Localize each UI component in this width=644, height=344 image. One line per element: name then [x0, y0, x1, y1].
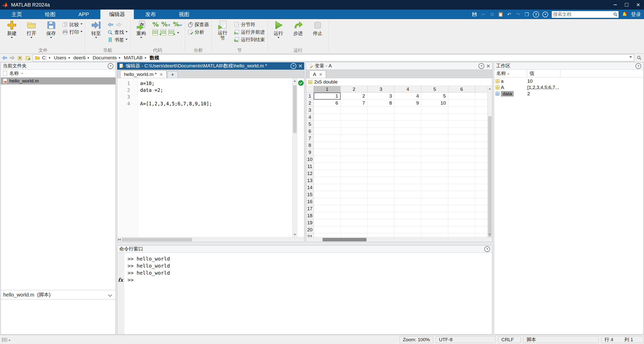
variable-tab[interactable]: A: [309, 70, 326, 78]
grid-cell[interactable]: [448, 226, 475, 233]
grid-cell[interactable]: 8: [368, 100, 394, 107]
grid-cell[interactable]: [475, 205, 487, 212]
grid-cell[interactable]: [314, 142, 341, 149]
panel-menu-icon[interactable]: [478, 63, 484, 69]
grid-row-header[interactable]: 16: [306, 198, 314, 205]
close-tab-icon[interactable]: [160, 73, 163, 76]
grid-cell[interactable]: 1: [314, 93, 341, 100]
grid-cell[interactable]: [394, 128, 421, 135]
grid-cell[interactable]: [394, 205, 421, 212]
redo-icon[interactable]: ↷: [515, 12, 521, 17]
scrollbar-thumb[interactable]: [323, 238, 367, 241]
grid-cell[interactable]: [475, 198, 487, 205]
grid-cell[interactable]: [314, 177, 341, 184]
search-icon[interactable]: [613, 12, 618, 17]
grid-cell[interactable]: [421, 226, 448, 233]
ribbon-tab-主页[interactable]: 主页: [0, 10, 33, 19]
grid-cell[interactable]: [421, 135, 448, 142]
grid-cell[interactable]: [421, 177, 448, 184]
ribbon-tab-视图[interactable]: 视图: [167, 10, 201, 19]
grid-cell[interactable]: [368, 191, 394, 198]
editor-vertical-scrollbar[interactable]: [292, 78, 297, 237]
grid-cell[interactable]: [448, 156, 475, 163]
grid-cell[interactable]: [314, 135, 341, 142]
grid-cell[interactable]: [314, 219, 341, 226]
grid-cell[interactable]: [448, 121, 475, 128]
fx-function-hint-icon[interactable]: fx: [118, 277, 123, 283]
grid-cell[interactable]: [421, 156, 448, 163]
value-column-header[interactable]: 值: [527, 70, 560, 77]
grid-cell[interactable]: [448, 198, 475, 205]
grid-cell[interactable]: 10: [421, 100, 448, 107]
grid-cell[interactable]: [475, 100, 487, 107]
panel-menu-icon[interactable]: [108, 63, 113, 69]
grid-cell[interactable]: [341, 177, 368, 184]
editor-header[interactable]: 编辑器 - C:\Users\deer6\Documents\MATLAB\数模…: [117, 62, 304, 70]
grid-cell[interactable]: [448, 135, 475, 142]
scroll-right-icon[interactable]: [117, 237, 121, 242]
grid-cell[interactable]: [314, 212, 341, 219]
grid-cell[interactable]: [341, 142, 368, 149]
ribbon-tab-APP[interactable]: APP: [67, 10, 100, 19]
grid-cell[interactable]: [314, 107, 341, 114]
grid-column-header[interactable]: 7: [475, 86, 487, 93]
grid-cell[interactable]: [314, 149, 341, 156]
grid-column-header[interactable]: 3: [368, 86, 394, 93]
grid-row-header[interactable]: 20: [306, 226, 314, 233]
grid-cell[interactable]: [448, 191, 475, 198]
goto-button[interactable]: 转至: [88, 20, 104, 39]
grid-column-header[interactable]: 5: [421, 86, 448, 93]
grid-cell[interactable]: [448, 184, 475, 191]
wrap-comments-icon[interactable]: %↵: [173, 22, 182, 28]
variables-horizontal-scrollbar[interactable]: [306, 237, 492, 242]
grid-cell[interactable]: [314, 121, 341, 128]
grid-row-header[interactable]: 4: [306, 114, 314, 121]
grid-cell[interactable]: [475, 163, 487, 170]
grid-cell[interactable]: [448, 114, 475, 121]
signin-link[interactable]: 登录: [631, 11, 641, 18]
grid-row-header[interactable]: 12: [306, 170, 314, 177]
grid-cell[interactable]: [341, 170, 368, 177]
back-arrow-icon[interactable]: [2, 55, 8, 61]
grid-cell[interactable]: [448, 100, 475, 107]
workspace-row[interactable]: a10: [494, 78, 643, 84]
grid-cell[interactable]: [341, 184, 368, 191]
grid-cell[interactable]: [475, 233, 487, 237]
grid-cell[interactable]: [448, 170, 475, 177]
grid-cell[interactable]: [394, 163, 421, 170]
grid-cell[interactable]: [421, 107, 448, 114]
chevron-down-icon[interactable]: [177, 32, 179, 34]
close-panel-icon[interactable]: [298, 64, 302, 68]
grid-row-header[interactable]: 10: [306, 156, 314, 163]
editor-tab[interactable]: hello_world.m *: [120, 70, 167, 78]
breadcrumb-dropdown-icon[interactable]: [629, 56, 632, 59]
grid-cell[interactable]: [394, 177, 421, 184]
grid-cell[interactable]: [368, 114, 394, 121]
scroll-down-icon[interactable]: [488, 233, 492, 237]
variables-vertical-scrollbar[interactable]: [487, 86, 492, 237]
eol-status[interactable]: CRLF: [498, 336, 521, 343]
grid-cell[interactable]: 5: [421, 93, 448, 100]
grid-cell[interactable]: [448, 149, 475, 156]
grid-cell[interactable]: 7: [341, 100, 368, 107]
find-button[interactable]: 查找: [107, 29, 128, 35]
grid-cell[interactable]: [475, 177, 487, 184]
browse-folder-icon[interactable]: [25, 55, 31, 61]
grid-cell[interactable]: [394, 121, 421, 128]
workspace-row[interactable]: A[1,2,3,4,5;6,7...: [494, 84, 643, 91]
breadcrumb-segment[interactable]: deer6: [73, 55, 86, 61]
grid-cell[interactable]: [341, 135, 368, 142]
forward-arrow-icon[interactable]: [9, 55, 15, 61]
grid-cell[interactable]: [368, 226, 394, 233]
run-button[interactable]: 运行: [270, 20, 287, 39]
variable-name[interactable]: a: [501, 78, 504, 84]
grid-cell[interactable]: [421, 219, 448, 226]
line-col-status[interactable]: 行 4 列 1: [601, 336, 643, 343]
close-button[interactable]: [632, 0, 644, 10]
file-row[interactable]: hello_world.m: [1, 77, 115, 84]
section-break-button[interactable]: 分节符: [234, 21, 265, 28]
grid-cell[interactable]: [341, 198, 368, 205]
grid-cell[interactable]: [475, 170, 487, 177]
grid-cell[interactable]: [368, 170, 394, 177]
grid-cell[interactable]: [394, 135, 421, 142]
